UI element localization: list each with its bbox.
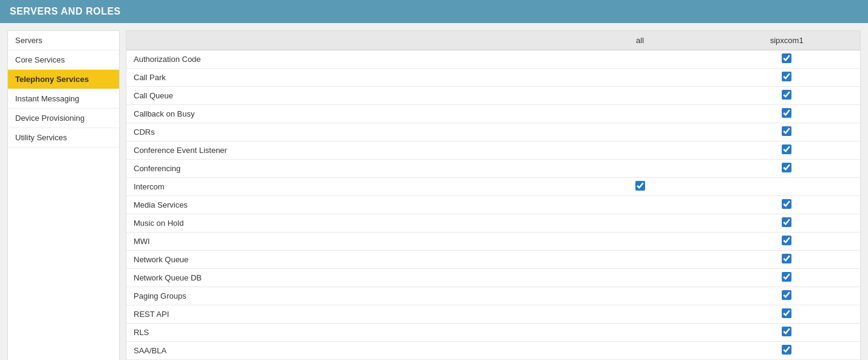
checkbox-sipxcom1-15[interactable]	[713, 324, 860, 342]
checkbox-all-8[interactable]	[567, 196, 714, 214]
checkbox-sipxcom1-7[interactable]	[713, 178, 860, 196]
checkbox-sipxcom1-16[interactable]	[713, 342, 860, 360]
table-row: Callback on Busy	[126, 105, 860, 123]
checkbox-all-6[interactable]	[567, 160, 714, 178]
table-row: Paging Groups	[126, 287, 860, 305]
service-label: Callback on Busy	[126, 105, 567, 123]
table-row: Conferencing	[126, 160, 860, 178]
service-label: MWI	[126, 233, 567, 251]
checkbox-all-3[interactable]	[567, 105, 714, 123]
sidebar-item-device-provisioning[interactable]: Device Provisioning	[8, 109, 119, 128]
checkbox-sipxcom1-input-14[interactable]	[782, 308, 791, 318]
checkbox-sipxcom1-input-1[interactable]	[782, 72, 791, 81]
col-header-sipxcom1: sipxcom1	[713, 31, 860, 50]
checkbox-sipxcom1-11[interactable]	[713, 251, 860, 269]
checkbox-sipxcom1-input-12[interactable]	[782, 272, 791, 282]
checkbox-all-14[interactable]	[567, 305, 714, 324]
service-label: Conference Event Listener	[126, 141, 567, 160]
checkbox-sipxcom1-input-11[interactable]	[782, 254, 791, 263]
service-label: Call Park	[126, 69, 567, 87]
checkbox-sipxcom1-input-6[interactable]	[782, 163, 791, 172]
table-row: Intercom	[126, 178, 860, 196]
checkbox-all-11[interactable]	[567, 251, 714, 269]
checkbox-sipxcom1-input-4[interactable]	[782, 126, 791, 136]
service-label: Authorization Code	[126, 50, 567, 69]
checkbox-all-2[interactable]	[567, 87, 714, 105]
col-header-service	[126, 31, 567, 50]
checkbox-sipxcom1-6[interactable]	[713, 160, 860, 178]
checkbox-sipxcom1-9[interactable]	[713, 214, 860, 233]
checkbox-sipxcom1-input-2[interactable]	[782, 90, 791, 100]
checkbox-sipxcom1-10[interactable]	[713, 233, 860, 251]
service-label: REST API	[126, 305, 567, 324]
checkbox-all-5[interactable]	[567, 141, 714, 160]
service-label: RLS	[126, 324, 567, 342]
table-row: SAA/BLA	[126, 342, 860, 360]
service-label: Music on Hold	[126, 214, 567, 233]
checkbox-sipxcom1-input-9[interactable]	[782, 217, 791, 227]
service-label: SAA/BLA	[126, 342, 567, 360]
service-label: Intercom	[126, 178, 567, 196]
table-row: RLS	[126, 324, 860, 342]
checkbox-sipxcom1-3[interactable]	[713, 105, 860, 123]
checkbox-sipxcom1-12[interactable]	[713, 269, 860, 287]
sidebar-item-instant-messaging[interactable]: Instant Messaging	[8, 89, 119, 109]
service-label: CDRs	[126, 123, 567, 141]
checkbox-sipxcom1-input-8[interactable]	[782, 199, 791, 209]
checkbox-all-16[interactable]	[567, 342, 714, 360]
table-row: CDRs	[126, 123, 860, 141]
checkbox-all-7[interactable]	[567, 178, 714, 196]
sidebar-item-telephony-services[interactable]: Telephony Services	[8, 70, 119, 89]
table-row: Conference Event Listener	[126, 141, 860, 160]
table-row: Network Queue	[126, 251, 860, 269]
service-label: Paging Groups	[126, 287, 567, 305]
checkbox-all-13[interactable]	[567, 287, 714, 305]
service-label: Network Queue DB	[126, 269, 567, 287]
checkbox-sipxcom1-input-15[interactable]	[782, 327, 791, 336]
checkbox-sipxcom1-14[interactable]	[713, 305, 860, 324]
service-label: Media Services	[126, 196, 567, 214]
checkbox-all-15[interactable]	[567, 324, 714, 342]
sidebar-item-utility-services[interactable]: Utility Services	[8, 128, 119, 148]
service-label: Network Queue	[126, 251, 567, 269]
table-row: Call Queue	[126, 87, 860, 105]
checkbox-all-10[interactable]	[567, 233, 714, 251]
table-row: Network Queue DB	[126, 269, 860, 287]
checkbox-sipxcom1-1[interactable]	[713, 69, 860, 87]
checkbox-all-12[interactable]	[567, 269, 714, 287]
sidebar-item-servers[interactable]: Servers	[8, 31, 119, 50]
checkbox-all-input-7[interactable]	[635, 181, 645, 191]
checkbox-sipxcom1-0[interactable]	[713, 50, 860, 69]
checkbox-sipxcom1-13[interactable]	[713, 287, 860, 305]
checkbox-sipxcom1-input-13[interactable]	[782, 290, 791, 300]
table-row: Music on Hold	[126, 214, 860, 233]
checkbox-sipxcom1-input-3[interactable]	[782, 108, 791, 118]
checkbox-sipxcom1-2[interactable]	[713, 87, 860, 105]
page-header: SERVERS AND ROLES	[0, 0, 868, 23]
checkbox-sipxcom1-input-16[interactable]	[782, 345, 791, 355]
table-row: Call Park	[126, 69, 860, 87]
table-row: REST API	[126, 305, 860, 324]
services-table: all sipxcom1 Authorization CodeCall Park…	[126, 31, 860, 360]
checkbox-sipxcom1-input-5[interactable]	[782, 144, 791, 154]
table-row: Authorization Code	[126, 50, 860, 69]
service-label: Call Queue	[126, 87, 567, 105]
checkbox-sipxcom1-8[interactable]	[713, 196, 860, 214]
checkbox-all-9[interactable]	[567, 214, 714, 233]
checkbox-sipxcom1-5[interactable]	[713, 141, 860, 160]
checkbox-sipxcom1-input-10[interactable]	[782, 236, 791, 245]
sidebar-item-core-services[interactable]: Core Services	[8, 50, 119, 70]
col-header-all: all	[567, 31, 714, 50]
checkbox-all-4[interactable]	[567, 123, 714, 141]
checkbox-sipxcom1-input-0[interactable]	[782, 53, 791, 63]
table-row: Media Services	[126, 196, 860, 214]
checkbox-sipxcom1-4[interactable]	[713, 123, 860, 141]
checkbox-all-0[interactable]	[567, 50, 714, 69]
sidebar: ServersCore ServicesTelephony ServicesIn…	[7, 30, 120, 360]
table-row: MWI	[126, 233, 860, 251]
content-area: all sipxcom1 Authorization CodeCall Park…	[126, 30, 861, 360]
checkbox-all-1[interactable]	[567, 69, 714, 87]
service-label: Conferencing	[126, 160, 567, 178]
